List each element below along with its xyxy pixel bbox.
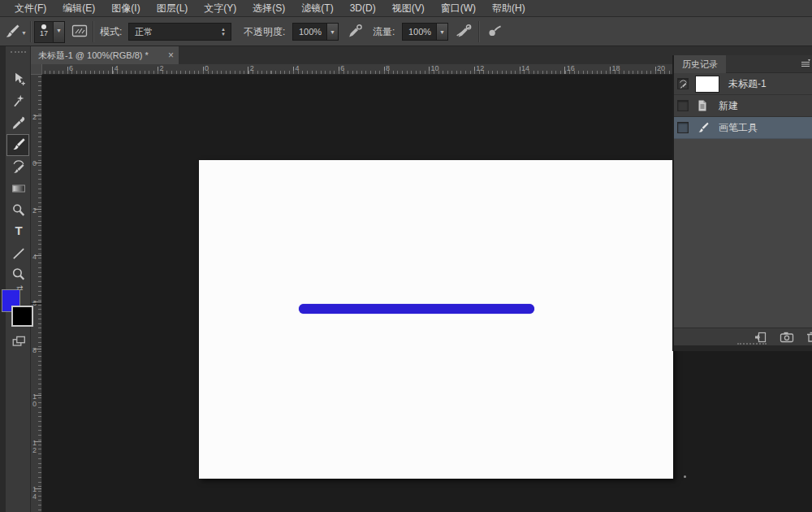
- history-panel-empty-area: [674, 139, 812, 328]
- brush-preset-picker[interactable]: 17: [34, 21, 54, 43]
- options-bar: ▼ 17 ▼ 模式: 正常 ▲▼ 不透明度: 100% ▼ 流量: 100% ▼: [0, 17, 812, 46]
- menu-item-10[interactable]: 帮助(H): [484, 0, 533, 16]
- ruler-label: 2: [32, 207, 38, 215]
- menu-item-3[interactable]: 图层(L): [149, 0, 197, 16]
- flow-field[interactable]: 100%: [402, 23, 437, 41]
- history-panel-header: 历史记录: [674, 55, 812, 73]
- opacity-label: 不透明度:: [244, 23, 285, 41]
- type-tool-icon[interactable]: T: [11, 223, 26, 238]
- history-source-checkbox[interactable]: [677, 100, 689, 111]
- ruler-corner[interactable]: [31, 64, 42, 75]
- panel-menu-icon[interactable]: [800, 59, 811, 70]
- menu-item-9[interactable]: 窗口(W): [433, 0, 484, 16]
- pressure-size-icon[interactable]: [455, 24, 473, 40]
- line-tool-icon[interactable]: [11, 246, 26, 261]
- ruler-label: 4: [296, 65, 300, 72]
- mode-value: 正常: [135, 27, 153, 37]
- ruler-label: 12: [32, 440, 38, 454]
- tab-close-icon[interactable]: ×: [168, 46, 174, 64]
- history-item-label: 画笔工具: [719, 121, 758, 135]
- ruler-label: 14: [521, 65, 529, 72]
- brush-preset-dropdown-button[interactable]: ▼: [54, 21, 65, 43]
- menu-item-6[interactable]: 滤镜(T): [293, 0, 341, 16]
- menu-item-5[interactable]: 选择(S): [244, 0, 293, 16]
- flow-dropdown-button[interactable]: ▼: [437, 23, 448, 41]
- divider: [93, 21, 93, 42]
- brush-size-value: 17: [35, 30, 53, 37]
- ruler-label: 18: [611, 65, 620, 72]
- panel-bottom-edge: [674, 345, 812, 351]
- airbrush-icon[interactable]: [486, 24, 504, 40]
- brush-tool-state-icon: [697, 121, 710, 134]
- history-panel-tab[interactable]: 历史记录: [674, 55, 726, 73]
- history-brush-source-well[interactable]: [677, 78, 689, 89]
- ruler-label: 4: [114, 65, 119, 72]
- ruler-label: 0: [32, 160, 38, 167]
- delete-state-trash-icon[interactable]: [805, 331, 812, 344]
- ruler-label: 20: [657, 65, 665, 72]
- history-state-row-selected[interactable]: 画笔工具: [674, 117, 812, 139]
- dodge-tool-icon[interactable]: [11, 203, 26, 218]
- menu-item-7[interactable]: 3D(D): [342, 0, 384, 16]
- mode-updown-icon: ▲▼: [221, 27, 226, 37]
- gradient-tool-icon[interactable]: [11, 181, 26, 196]
- move-tool-icon[interactable]: [11, 72, 26, 86]
- new-snapshot-camera-icon[interactable]: [780, 331, 794, 344]
- ruler-label: 2: [250, 65, 254, 72]
- snapshot-thumbnail[interactable]: [695, 76, 719, 93]
- brush-tool-icon[interactable]: [11, 137, 26, 152]
- menu-item-0[interactable]: 文件(F): [6, 0, 54, 16]
- history-item-label: 新建: [719, 99, 738, 113]
- horizontal-ruler[interactable]: 64202468101214161820: [42, 64, 672, 75]
- pressure-opacity-icon[interactable]: [347, 24, 365, 40]
- toolbox-grip[interactable]: [11, 51, 26, 53]
- ruler-label: 8: [386, 65, 390, 72]
- eyedropper-tool-icon[interactable]: [11, 115, 26, 130]
- ruler-label: 6: [69, 65, 73, 72]
- ruler-label: 16: [567, 65, 575, 72]
- brush-cursor-dot: [684, 475, 686, 478]
- panel-resize-grip[interactable]: [737, 343, 767, 345]
- ruler-label: 2: [32, 114, 38, 121]
- flow-label: 流量:: [373, 23, 395, 41]
- opacity-field[interactable]: 100%: [292, 23, 327, 41]
- brush-stroke: [299, 304, 534, 314]
- ruler-label: 6: [340, 65, 344, 72]
- ruler-cursor-marker: [31, 303, 42, 304]
- background-color-swatch[interactable]: [11, 306, 33, 327]
- new-document-from-state-icon[interactable]: [754, 331, 769, 344]
- history-snapshot-row[interactable]: 未标题-1: [674, 73, 812, 95]
- tool-preset-dropdown-arrow-icon[interactable]: ▼: [21, 30, 27, 36]
- menu-item-8[interactable]: 视图(V): [384, 0, 433, 16]
- ruler-label: 2: [159, 65, 163, 72]
- new-document-icon: [697, 99, 710, 112]
- history-brush-tool-icon[interactable]: [11, 159, 26, 174]
- vertical-ruler[interactable]: 202468101214: [31, 75, 42, 512]
- document-tab-title: 未标题-1 @ 100%(RGB/8) *: [38, 46, 163, 64]
- toggle-brush-panel-icon[interactable]: [71, 24, 89, 40]
- divider: [478, 21, 479, 42]
- history-state-row[interactable]: 新建: [674, 95, 812, 117]
- opacity-dropdown-button[interactable]: ▼: [327, 23, 339, 41]
- menu-item-2[interactable]: 图像(I): [103, 0, 148, 16]
- ruler-minor-ticks: [45, 71, 672, 74]
- ruler-minor-ticks: [38, 76, 41, 512]
- zoom-tool-icon[interactable]: [11, 267, 26, 282]
- history-panel-footer: [674, 328, 812, 345]
- history-panel: 历史记录 未标题-1 新建 画笔工具: [672, 55, 812, 351]
- canvas[interactable]: [199, 160, 673, 479]
- dock-edge: [0, 46, 6, 512]
- document-tab[interactable]: 未标题-1 @ 100%(RGB/8) * ×: [31, 46, 179, 64]
- mode-select[interactable]: 正常 ▲▼: [128, 23, 231, 41]
- ruler-label: 0: [205, 65, 209, 72]
- history-source-checkbox[interactable]: [677, 122, 689, 133]
- menu-item-4[interactable]: 文字(Y): [196, 0, 244, 16]
- toolbox: T ⇄: [6, 46, 31, 512]
- screen-mode-icon[interactable]: [11, 334, 26, 349]
- photoshop-window: 文件(F)编辑(E)图像(I)图层(L)文字(Y)选择(S)滤镜(T)3D(D)…: [0, 0, 812, 512]
- magic-wand-tool-icon[interactable]: [11, 93, 26, 108]
- history-item-label: 未标题-1: [728, 77, 767, 91]
- menu-item-1[interactable]: 编辑(E): [54, 0, 103, 16]
- ruler-label: 8: [32, 347, 38, 354]
- tool-preset-brush-icon[interactable]: [4, 24, 19, 38]
